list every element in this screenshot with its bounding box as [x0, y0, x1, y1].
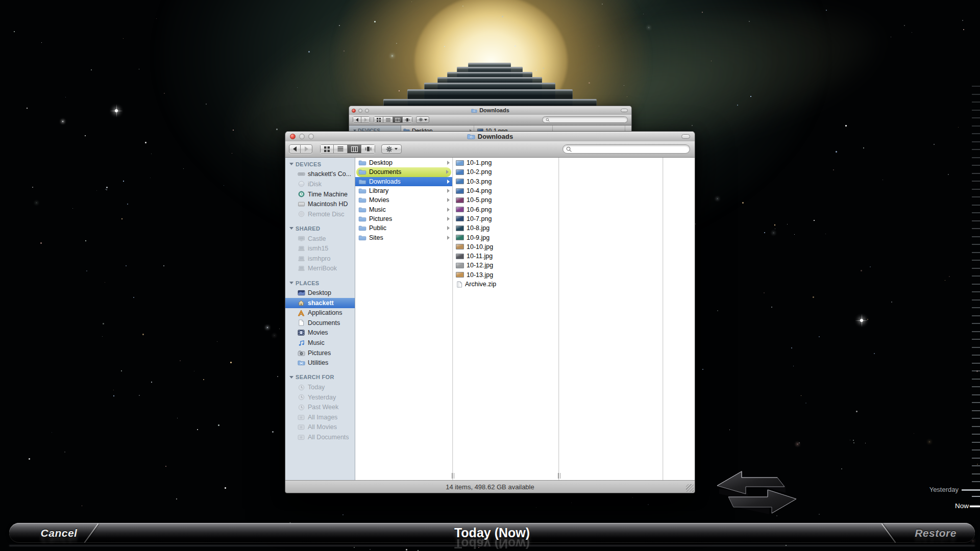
sidebar-item-merribook[interactable]: MerriBook	[285, 264, 355, 274]
timeline-tick[interactable]	[972, 94, 980, 95]
folder-row-desktop[interactable]: Desktop	[355, 158, 452, 167]
timeline-tick[interactable]	[972, 449, 980, 450]
timeline-tick[interactable]	[972, 394, 980, 395]
timeline-tick[interactable]	[972, 363, 980, 364]
timeline-tick[interactable]	[972, 165, 980, 166]
timeline-tick[interactable]	[972, 315, 980, 316]
sidebar-item-movies[interactable]: Movies	[285, 328, 355, 338]
cover-flow-button[interactable]	[403, 116, 412, 123]
sidebar-item-macintosh-hd[interactable]: Macintosh HD	[285, 199, 355, 209]
timeline-tick[interactable]	[972, 212, 980, 213]
sidebar-item-all-images[interactable]: All Images	[285, 412, 355, 422]
timeline-tick[interactable]	[972, 410, 980, 411]
toolbar-toggle-button[interactable]	[621, 109, 628, 112]
sidebar-item-desktop[interactable]: Desktop	[285, 288, 355, 298]
timeline-tick[interactable]	[972, 268, 980, 269]
timeline-tick[interactable]	[972, 458, 980, 459]
timeline-tick[interactable]	[972, 133, 980, 134]
timeline-tick[interactable]	[972, 323, 980, 324]
sidebar-item-all-movies[interactable]: All Movies	[285, 422, 355, 433]
file-row-10-6-png[interactable]: 10-6.png	[453, 205, 558, 214]
folder-row-music[interactable]: Music	[355, 205, 452, 214]
search-field[interactable]	[562, 144, 690, 154]
timeline-tick[interactable]	[972, 379, 980, 380]
timeline-tick[interactable]	[972, 117, 980, 118]
icon-view-button[interactable]	[374, 116, 383, 123]
timeline-tick[interactable]	[972, 244, 980, 245]
timeline-tick[interactable]	[972, 220, 980, 221]
window-titlebar[interactable]: Downloads	[285, 132, 695, 141]
folder-row-pictures[interactable]: Pictures	[355, 214, 452, 223]
timeline-tick[interactable]	[972, 149, 980, 150]
folder-row-public[interactable]: Public	[355, 223, 452, 233]
forward-button[interactable]	[361, 116, 370, 123]
file-row-10-5-png[interactable]: 10-5.png	[453, 195, 558, 205]
sidebar-item-ismh15[interactable]: ismh15	[285, 243, 355, 254]
file-row-10-2-png[interactable]: 10-2.png	[453, 167, 558, 177]
file-row-archive-zip[interactable]: Archive.zip	[453, 280, 558, 289]
sidebar-section-header-shared[interactable]: SHARED	[285, 223, 355, 234]
search-field[interactable]	[542, 116, 628, 123]
sidebar-item-shackett-s-co[interactable]: shackett's Co...	[285, 169, 355, 180]
file-row-10-1-png[interactable]: 10-1.png	[453, 158, 558, 167]
column-view-button[interactable]	[393, 116, 403, 123]
sidebar-item-idisk[interactable]: iDisk	[285, 179, 355, 189]
timeline-tick[interactable]	[972, 434, 980, 435]
timeline-tick[interactable]	[972, 426, 980, 427]
timeline-tick[interactable]	[972, 276, 980, 277]
folder-row-sites[interactable]: Sites	[355, 233, 452, 242]
folder-row-documents[interactable]: Documents	[356, 167, 451, 177]
sidebar-item-all-documents[interactable]: All Documents	[285, 432, 355, 442]
timeline-tick[interactable]	[972, 331, 980, 332]
back-button[interactable]	[289, 144, 301, 154]
restore-button[interactable]: Restore	[897, 523, 974, 543]
file-row-10-12-jpg[interactable]: 10-12.jpg	[453, 261, 558, 270]
sidebar-item-shackett[interactable]: shackett	[285, 298, 355, 308]
background-finder-window[interactable]: Downloads DEVICES	[349, 106, 632, 135]
timeline-tick[interactable]	[972, 370, 980, 371]
file-row-10-3-png[interactable]: 10-3.png	[453, 177, 558, 186]
timeline-tick[interactable]	[972, 496, 980, 497]
sidebar-item-music[interactable]: Music	[285, 338, 355, 348]
file-row-10-11-jpg[interactable]: 10-11.jpg	[453, 252, 558, 261]
timeline-tick[interactable]	[972, 418, 980, 419]
timeline-tick[interactable]	[972, 402, 980, 403]
timeline-tick[interactable]	[972, 339, 980, 340]
timeline-tick[interactable]	[972, 205, 980, 206]
forward-button[interactable]	[301, 144, 312, 154]
folder-row-downloads[interactable]: Downloads	[355, 177, 452, 186]
sidebar-item-pictures[interactable]: Pictures	[285, 348, 355, 358]
file-row-10-9-jpg[interactable]: 10-9.jpg	[453, 233, 558, 242]
timeline-tick[interactable]	[972, 465, 980, 466]
timeline-tick-yesterday[interactable]	[962, 489, 980, 491]
timeline-tick[interactable]	[972, 481, 980, 482]
sidebar-item-time-machine[interactable]: Time Machine	[285, 189, 355, 199]
timeline-tick[interactable]	[972, 284, 980, 285]
timeline-tick[interactable]	[972, 260, 980, 261]
timeline-tick[interactable]	[972, 355, 980, 356]
sidebar-section-header-devices[interactable]: DEVICES	[285, 159, 355, 169]
timeline-tick[interactable]	[972, 181, 980, 182]
sidebar-section-header-places[interactable]: PLACES	[285, 278, 355, 288]
back-window-titlebar[interactable]: Downloads	[349, 106, 631, 115]
column-view-button[interactable]	[348, 144, 361, 154]
timeline-tick[interactable]	[972, 86, 980, 87]
resize-grip[interactable]	[686, 484, 694, 492]
timeline-tick[interactable]	[972, 228, 980, 229]
file-row-10-8-jpg[interactable]: 10-8.jpg	[453, 223, 558, 233]
timeline-tick[interactable]	[972, 291, 980, 292]
sidebar-item-past-week[interactable]: Past Week	[285, 402, 355, 412]
action-menu-button[interactable]	[381, 144, 402, 154]
timeline-tick-now[interactable]	[970, 506, 980, 507]
timeline-tick[interactable]	[972, 299, 980, 300]
cover-flow-button[interactable]	[361, 144, 375, 154]
sidebar-item-remote-disc[interactable]: Remote Disc	[285, 209, 355, 219]
timeline-tick[interactable]	[972, 102, 980, 103]
timeline-tick[interactable]	[972, 110, 980, 111]
timeline-tick[interactable]	[972, 386, 980, 387]
timeline-tick[interactable]	[972, 173, 980, 174]
toolbar-toggle-button[interactable]	[681, 134, 690, 139]
sidebar-item-utilities[interactable]: Utilities	[285, 358, 355, 368]
sidebar-item-applications[interactable]: Applications	[285, 308, 355, 318]
timeline-label-yesterday[interactable]: Yesterday	[929, 486, 959, 493]
